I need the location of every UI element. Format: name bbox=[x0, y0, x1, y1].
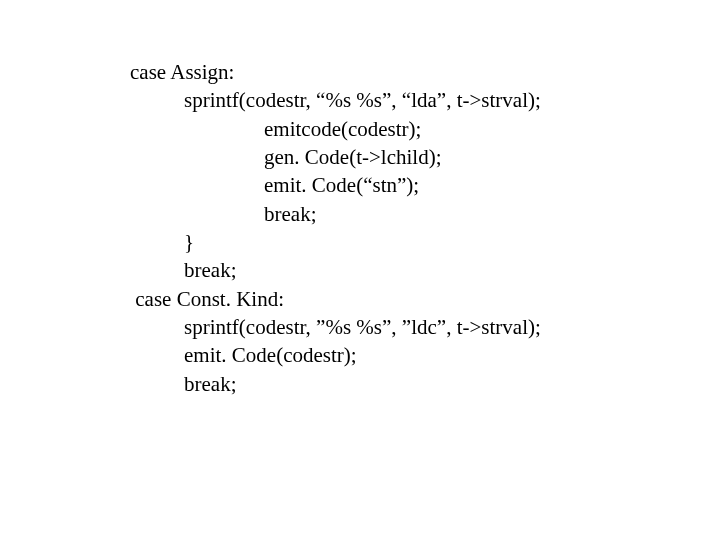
code-line: emit. Code(“stn”); bbox=[130, 171, 541, 199]
code-line: emit. Code(codestr); bbox=[130, 341, 541, 369]
code-line: case Const. Kind: bbox=[130, 285, 541, 313]
code-line: sprintf(codestr, ”%s %s”, ”ldc”, t->strv… bbox=[130, 313, 541, 341]
code-line: case Assign: bbox=[130, 58, 541, 86]
code-block: case Assign: sprintf(codestr, “%s %s”, “… bbox=[130, 58, 541, 398]
code-line: } bbox=[130, 228, 541, 256]
code-line: sprintf(codestr, “%s %s”, “lda”, t->strv… bbox=[130, 86, 541, 114]
code-line: emitcode(codestr); bbox=[130, 115, 541, 143]
code-line: break; bbox=[130, 370, 541, 398]
code-line: gen. Code(t->lchild); bbox=[130, 143, 541, 171]
code-line: break; bbox=[130, 200, 541, 228]
code-line: break; bbox=[130, 256, 541, 284]
